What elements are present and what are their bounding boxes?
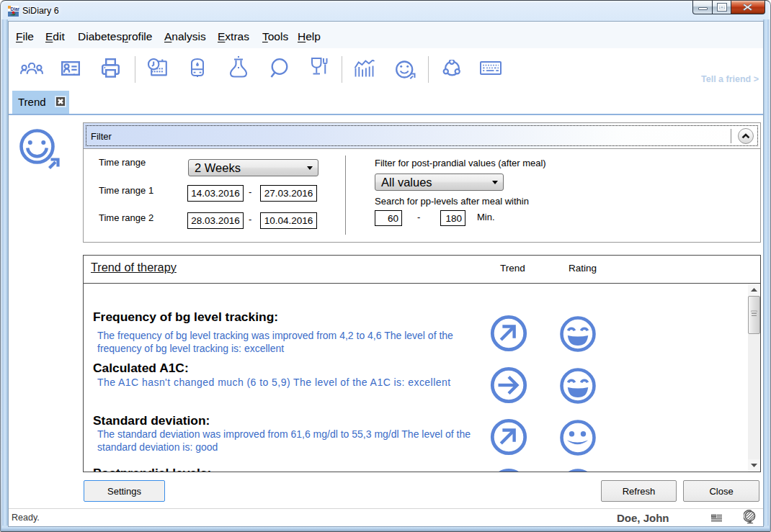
svg-text:Diary: Diary [11,6,20,12]
